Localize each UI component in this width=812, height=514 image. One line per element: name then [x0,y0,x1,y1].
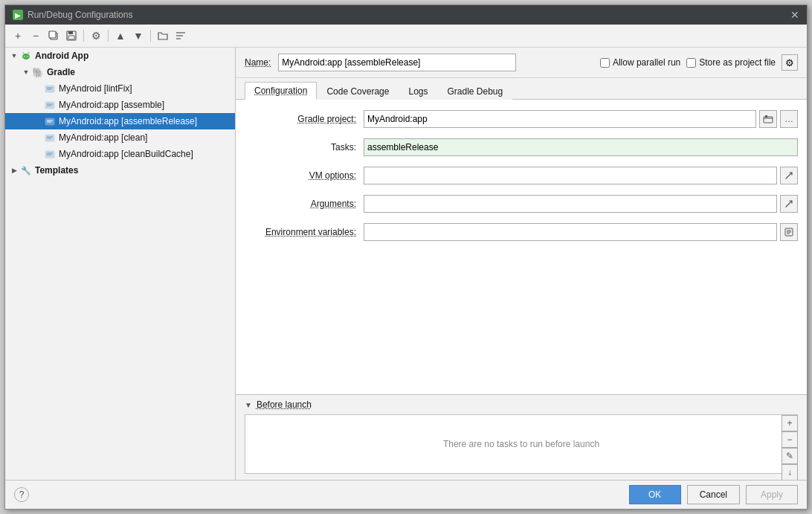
remove-button[interactable]: − [28,28,44,44]
right-panel: Name: Allow parallel run Store as projec… [236,48,807,480]
help-button[interactable]: ? [14,487,29,502]
tree-item-assemble[interactable]: MyAndroid:app [assemble] [5,97,235,113]
svg-point-8 [22,54,30,60]
settings-button[interactable]: ⚙ [88,28,104,44]
arguments-input[interactable] [364,195,777,213]
before-launch-body: There are no tasks to run before launch … [245,414,798,474]
expand-icon[interactable]: ▼ [20,66,32,78]
before-launch-scroll-button[interactable]: ↓ [782,464,798,480]
left-panel: ▼ Android App ▼ 🐘 Gradle [5,48,236,480]
name-label: Name: [245,57,271,68]
gradle-project-input[interactable] [364,110,756,128]
name-input[interactable] [278,54,516,71]
config-icon [44,115,56,127]
env-variables-input-group [364,223,798,241]
copy-button[interactable] [45,28,62,44]
expand-icon [32,83,44,94]
android-icon [20,50,32,62]
tab-configuration[interactable]: Configuration [245,82,317,100]
dialog-icon: ▶ [13,10,23,20]
arguments-expand-button[interactable] [780,195,798,213]
dialog-title: Run/Debug Configurations [28,10,132,20]
expand-icon [32,99,44,111]
up-button[interactable]: ▲ [112,28,129,44]
svg-rect-27 [765,115,767,118]
config-icon [44,83,56,94]
tree-item-lintfix[interactable]: MyAndroid [lintFix] [5,80,235,97]
toolbar-separator-3 [150,30,151,42]
store-as-project-checkbox[interactable] [686,58,696,68]
gradle-project-browse-button[interactable] [759,110,777,128]
tree-item-android-app[interactable]: ▼ Android App [5,48,235,64]
vm-options-input-group [364,167,798,184]
arguments-label: Arguments: [245,199,364,209]
apply-button[interactable]: Apply [746,485,798,504]
config-gear-button[interactable]: ⚙ [782,54,798,71]
vm-options-input[interactable] [364,167,777,184]
cancel-button[interactable]: Cancel [687,485,740,504]
expand-icon[interactable]: ▶ [8,164,20,176]
bottom-right: OK Cancel Apply [629,485,798,504]
svg-point-10 [27,56,28,57]
tree-item-cleanbuildcache[interactable]: MyAndroid:app [cleanBuildCache] [5,146,235,162]
config-area: Gradle project: … [236,100,807,394]
allow-parallel-checkbox[interactable] [600,58,610,68]
tasks-input[interactable] [364,138,798,156]
gradle-icon: 🐘 [32,66,44,78]
tabs-bar: Configuration Code Coverage Logs Gradle … [236,78,807,100]
tab-configuration-label: Configuration [254,86,307,96]
folder-button[interactable] [155,28,171,44]
before-launch-add-button[interactable]: + [782,415,798,431]
templates-label: Templates [35,165,78,176]
gradle-label: Gradle [47,67,75,77]
tab-logs[interactable]: Logs [399,83,437,100]
tree-item-templates[interactable]: ▶ 🔧 Templates [5,162,235,179]
clean-label: MyAndroid:app [clean] [59,132,147,143]
tab-gradle-debug[interactable]: Gradle Debug [437,83,512,100]
gradle-project-more-button[interactable]: … [780,110,798,128]
tree-item-assemblerelease[interactable]: MyAndroid:app [assembleRelease] [5,113,235,129]
tree-item-gradle[interactable]: ▼ 🐘 Gradle [5,64,235,80]
svg-rect-1 [49,31,56,38]
lintfix-label: MyAndroid [lintFix] [59,83,132,94]
allow-parallel-label: Allow parallel run [613,57,680,68]
before-launch-header[interactable]: ▼ Before launch [236,395,807,414]
down-button[interactable]: ▼ [130,28,146,44]
expand-icon [32,132,44,144]
before-launch-empty-message: There are no tasks to run before launch [443,439,599,449]
tab-code-coverage[interactable]: Code Coverage [317,83,399,100]
gradle-project-row: Gradle project: … [245,109,798,129]
tasks-label: Tasks: [245,142,364,152]
env-variables-input[interactable] [364,223,777,241]
before-launch-title: Before launch [257,399,312,410]
toolbar: + − ⚙ ▲ ▼ [5,25,807,48]
before-launch-section: ▼ Before launch There are no tasks to ru… [236,394,807,480]
svg-point-9 [24,56,25,57]
expand-icon[interactable]: ▼ [8,50,20,62]
env-variables-edit-button[interactable] [780,223,798,241]
toolbar-separator [83,30,84,42]
assemble-label: MyAndroid:app [assemble] [59,100,164,110]
title-bar: ▶ Run/Debug Configurations ✕ [5,5,807,25]
save-button[interactable] [63,28,80,44]
toolbar-separator-2 [108,30,109,42]
close-button[interactable]: ✕ [790,10,799,20]
tasks-row: Tasks: [245,137,798,158]
env-variables-label: Environment variables: [245,227,364,237]
bottom-bar: ? OK Cancel Apply [5,480,807,509]
gradle-project-input-group: … [364,110,798,128]
add-button[interactable]: + [10,28,26,44]
before-launch-arrow: ▼ [245,401,252,409]
name-bar: Name: Allow parallel run Store as projec… [236,48,807,78]
vm-options-expand-button[interactable] [780,167,798,184]
before-launch-remove-button[interactable]: − [782,431,798,448]
expand-icon [32,148,44,160]
sort-button[interactable] [173,28,189,44]
ok-button[interactable]: OK [629,485,681,504]
config-icon [44,148,56,160]
before-launch-edit-button[interactable]: ✎ [782,448,798,464]
android-app-label: Android App [35,51,88,61]
arguments-row: Arguments: [245,193,798,214]
gradle-project-label: Gradle project: [245,114,364,124]
tree-item-clean[interactable]: MyAndroid:app [clean] [5,129,235,146]
